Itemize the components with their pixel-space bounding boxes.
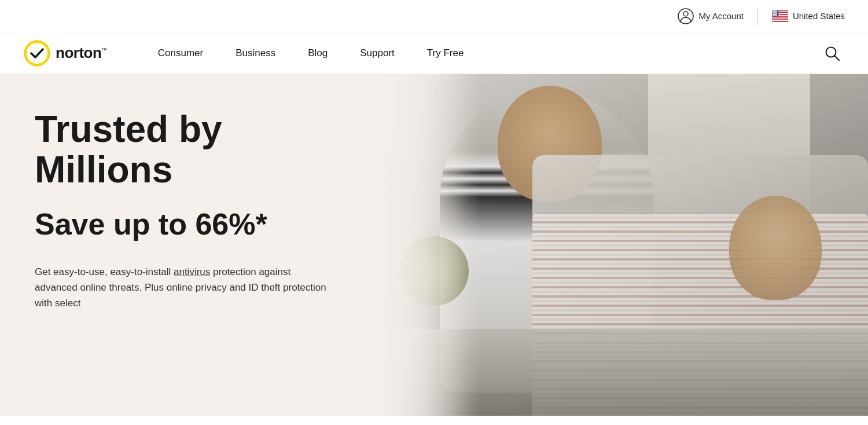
svg-point-23 [773,12,774,13]
my-account-label: My Account [698,11,744,21]
svg-rect-7 [772,18,788,19]
svg-point-11 [773,10,774,12]
svg-point-45 [777,15,778,16]
svg-point-24 [774,12,775,13]
svg-point-47 [27,43,47,64]
svg-rect-8 [772,20,788,21]
svg-point-28 [773,13,774,14]
svg-point-15 [777,10,778,12]
hero-section: Trusted by Millions Save up to 66%* Get … [0,74,868,416]
svg-point-17 [773,12,774,13]
svg-point-44 [775,15,777,16]
svg-point-39 [777,14,778,16]
main-nav: norton™ Consumer Business Blog Support T… [0,32,868,74]
svg-point-21 [777,12,778,13]
top-bar-right: My Account [678,8,845,25]
antivirus-link[interactable]: antivirus [174,266,210,277]
search-icon [824,45,840,61]
svg-point-30 [774,13,775,14]
svg-point-25 [775,12,776,13]
svg-point-22 [773,12,774,13]
svg-point-36 [774,14,775,16]
svg-point-14 [775,10,777,12]
norton-logo-icon [23,39,51,67]
svg-point-26 [775,12,777,13]
svg-point-12 [774,10,775,12]
svg-point-33 [777,13,778,14]
hero-title: Trusted by Millions [35,109,443,190]
svg-point-40 [773,15,774,16]
svg-point-20 [775,12,777,13]
country-label: United States [793,11,845,21]
top-bar: My Account [0,0,868,32]
logo[interactable]: norton™ [23,39,107,67]
svg-point-32 [775,13,777,14]
svg-point-16 [773,12,774,13]
hero-content: Trusted by Millions Save up to 66%* Get … [0,74,477,416]
svg-point-13 [775,10,776,12]
svg-point-1 [683,12,688,16]
svg-point-43 [775,15,776,16]
svg-point-42 [774,15,775,16]
nav-blog[interactable]: Blog [292,32,344,74]
svg-point-34 [773,14,774,16]
nav-links: Consumer Business Blog Support Try Free [142,32,819,74]
us-flag-icon [772,10,788,22]
svg-rect-6 [772,16,788,17]
svg-point-19 [775,12,776,13]
my-account-link[interactable]: My Account [678,8,744,24]
logo-text: norton™ [56,44,107,62]
svg-line-49 [835,56,840,60]
account-icon [678,8,694,24]
svg-point-37 [775,14,776,16]
svg-point-31 [775,13,776,14]
svg-point-27 [777,12,778,13]
svg-point-38 [775,14,777,16]
hero-subtitle: Save up to 66%* [35,208,443,241]
nav-business[interactable]: Business [219,32,292,74]
search-button[interactable] [819,41,845,66]
svg-point-10 [773,10,774,12]
svg-point-18 [774,12,775,13]
hero-description: Get easy-to-use, easy-to-install antivir… [35,264,336,312]
nav-try-free[interactable]: Try Free [411,32,480,74]
svg-point-35 [773,14,774,16]
divider [757,8,758,25]
nav-consumer[interactable]: Consumer [142,32,219,74]
country-selector[interactable]: United States [772,10,845,22]
svg-point-41 [773,15,774,16]
nav-support[interactable]: Support [344,32,411,74]
svg-point-29 [773,13,774,14]
